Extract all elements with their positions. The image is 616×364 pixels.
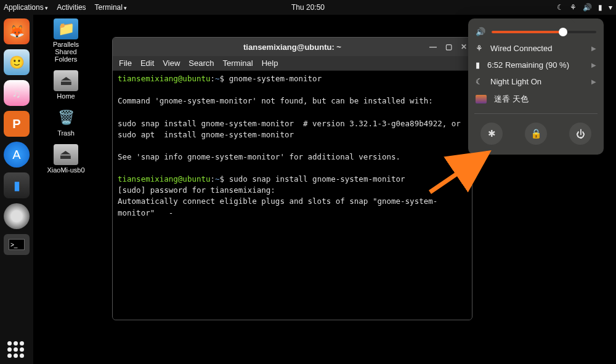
close-button[interactable]: ✕ [461,42,467,51]
window-title: tiansemixiang@ubuntu: ~ [243,42,341,52]
powerpoint-icon[interactable]: P [4,111,30,137]
settings-button[interactable]: ✱ [480,123,503,145]
menu-background-label: 迷香 天色 [494,94,596,105]
menu-night-light[interactable]: ☾ Night Light On ▶ [476,77,596,86]
usb-drive-icon[interactable]: ▮ [4,172,30,198]
chevron-right-icon: ▶ [591,45,596,52]
app-store-icon[interactable]: A [4,142,30,168]
menu-file[interactable]: File [119,59,132,68]
dock: 🦊 🙂 ♫ P A ▮ >_ [0,15,33,364]
menu-battery-label: 6:52 Remaining (90 %) [487,60,584,70]
folder-parallels-label: Parallels Shared Folders [44,41,87,63]
drive-home-label: Home [57,92,75,100]
firefox-icon[interactable]: 🦊 [4,18,30,44]
window-menubar: File Edit View Search Terminal Help [113,56,472,71]
menu-terminal[interactable]: Terminal [223,59,253,68]
chevron-right-icon: ▶ [591,78,596,85]
menu-wired-label: Wired Connected [490,44,584,53]
drive-xiaomi-label: XiaoMi-usb0 [47,166,84,174]
clock-label[interactable]: Thu 20:50 [291,3,325,12]
menu-battery[interactable]: ▮ 6:52 Remaining (90 %) ▶ [476,60,596,70]
network-icon: ⚘ [570,3,577,12]
files-icon[interactable]: 🙂 [4,49,30,75]
moon-icon: ☾ [476,77,483,86]
chevron-right-icon: ▶ [591,62,596,68]
speaker-icon: 🔊 [476,27,485,36]
app-menu-terminal[interactable]: Terminal [95,3,128,12]
activities-button[interactable]: Activities [57,3,86,12]
menu-search[interactable]: Search [188,59,214,68]
terminal-body[interactable]: tiansemixiang@ubuntu:~$ gnome-system-mon… [113,71,472,320]
volume-icon: 🔊 [583,3,592,12]
menu-help[interactable]: Help [262,59,278,68]
battery-item-icon: ▮ [476,60,480,70]
battery-icon: ▮ [598,3,602,12]
separator [474,113,598,114]
music-icon[interactable]: ♫ [4,80,30,106]
top-bar: Applications Activities Terminal Thu 20:… [0,0,616,15]
menu-background[interactable]: 迷香 天色 [476,94,596,105]
settings-spinner-icon[interactable] [4,203,30,229]
desktop-icons: 📁 Parallels Shared Folders ⏏ Home 🗑️ Tra… [44,18,87,174]
background-swatch-icon [476,95,487,103]
menu-view[interactable]: View [163,59,180,68]
system-menu-toggle[interactable]: ▾ [609,3,612,12]
drive-home[interactable]: ⏏ Home [54,70,78,100]
maximize-button[interactable]: ▢ [445,42,452,51]
trash-label: Trash [57,129,75,137]
menu-wired[interactable]: ⚘ Wired Connected ▶ [476,44,596,53]
window-titlebar[interactable]: tiansemixiang@ubuntu: ~ — ▢ ✕ [113,38,472,56]
system-menu-popover: 🔊 ⚘ Wired Connected ▶ ▮ 6:52 Remaining (… [468,18,604,155]
applications-menu[interactable]: Applications [4,3,48,12]
menu-night-light-label: Night Light On [490,77,584,86]
volume-slider[interactable] [492,31,596,33]
lock-button[interactable]: 🔒 [525,123,547,145]
volume-row: 🔊 [476,27,596,36]
trash[interactable]: 🗑️ Trash [54,107,78,137]
drive-xiaomi[interactable]: ⏏ XiaoMi-usb0 [47,144,84,174]
show-applications-button[interactable] [7,341,24,358]
night-light-icon: ☾ [557,3,564,12]
ethernet-icon: ⚘ [476,44,483,53]
minimize-button[interactable]: — [429,42,437,51]
terminal-window: tiansemixiang@ubuntu: ~ — ▢ ✕ File Edit … [112,37,472,320]
terminal-dock-icon[interactable]: >_ [4,234,30,255]
folder-parallels[interactable]: 📁 Parallels Shared Folders [44,18,87,63]
power-button[interactable]: ⏻ [569,123,591,145]
menu-edit[interactable]: Edit [140,59,154,68]
